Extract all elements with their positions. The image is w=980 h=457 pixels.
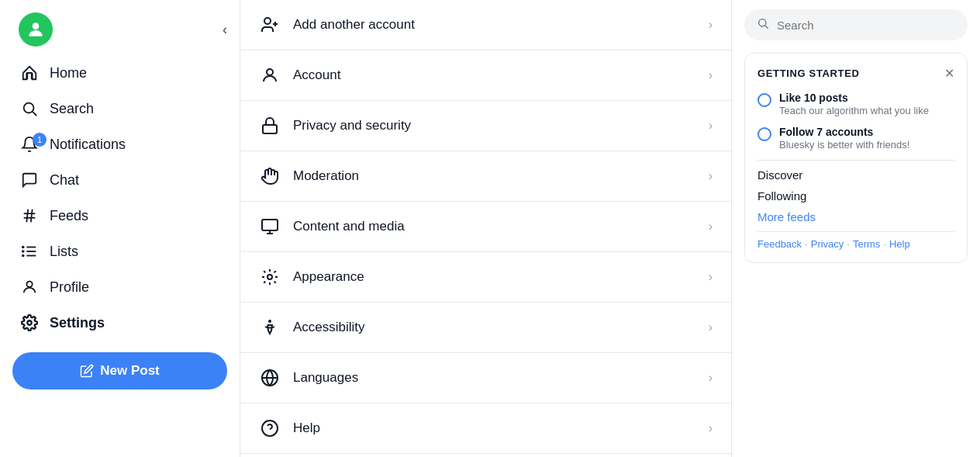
footer-feedback[interactable]: Feedback: [757, 238, 802, 250]
chevron-icon-content: ›: [709, 220, 713, 234]
divider-footer: [757, 231, 954, 232]
feed-more[interactable]: More feeds: [757, 209, 954, 225]
svg-point-15: [264, 18, 271, 24]
right-panel: GETTING STARTED ✕ Like 10 posts Teach ou…: [732, 0, 980, 457]
bell-icon: 1: [20, 135, 39, 154]
search-input[interactable]: [777, 19, 955, 32]
sidebar-item-profile[interactable]: Profile: [9, 270, 230, 304]
task-like-subtitle: Teach our algorithm what you like: [779, 105, 929, 116]
task-follow-accounts: Follow 7 accounts Bluesky is better with…: [757, 126, 954, 151]
settings-privacy[interactable]: Privacy and security ›: [240, 101, 731, 151]
lock-icon: [259, 115, 281, 137]
media-icon: [259, 216, 281, 237]
sidebar-item-chat[interactable]: Chat: [9, 163, 230, 197]
svg-line-2: [33, 112, 36, 116]
feed-following[interactable]: Following: [757, 188, 954, 204]
appearance-icon: [259, 266, 281, 288]
chevron-icon-account: ›: [709, 68, 713, 82]
sidebar-item-search[interactable]: Search: [9, 92, 230, 126]
feeds-section: Discover Following More feeds: [757, 167, 954, 225]
settings-help[interactable]: Help ›: [240, 403, 731, 454]
sidebar-item-label-notifications: Notifications: [50, 137, 126, 153]
chevron-icon-accessibility: ›: [709, 320, 713, 334]
settings-account[interactable]: Account ›: [240, 50, 731, 101]
svg-point-13: [26, 282, 32, 287]
settings-accessibility[interactable]: Accessibility ›: [240, 303, 731, 353]
svg-point-10: [22, 247, 24, 248]
chevron-icon-privacy: ›: [709, 119, 713, 133]
search-icon: [20, 99, 39, 118]
hand-icon: [259, 165, 281, 187]
getting-started-title: GETTING STARTED: [757, 68, 860, 79]
footer-privacy[interactable]: Privacy: [811, 238, 844, 250]
add-user-icon: [259, 14, 281, 36]
sidebar-item-settings[interactable]: Settings: [9, 306, 230, 340]
sidebar-item-lists[interactable]: Lists: [9, 234, 230, 268]
settings-add-account[interactable]: Add another account ›: [240, 0, 731, 50]
task-follow-text: Follow 7 accounts Bluesky is better with…: [779, 126, 909, 151]
sidebar-item-notifications[interactable]: 1 Notifications: [9, 127, 230, 161]
footer-sep-3: ·: [883, 238, 886, 250]
settings-panel: Add another account › Account › Privacy …: [240, 0, 732, 457]
settings-about[interactable]: About ›: [240, 454, 731, 457]
svg-point-1: [24, 103, 34, 113]
chevron-icon-moderation: ›: [709, 169, 713, 183]
chevron-icon-appearance: ›: [709, 270, 713, 284]
new-post-button[interactable]: New Post: [12, 352, 227, 389]
sidebar-item-home[interactable]: Home: [9, 56, 230, 90]
chevron-icon-languages: ›: [709, 371, 713, 385]
collapse-button[interactable]: ‹: [223, 22, 227, 38]
settings-content-media[interactable]: Content and media ›: [240, 202, 731, 252]
avatar[interactable]: [19, 12, 53, 47]
profile-icon: [20, 278, 39, 296]
add-account-label: Add another account: [293, 17, 696, 33]
svg-point-23: [267, 275, 272, 279]
footer-sep-2: ·: [847, 238, 850, 250]
task-like-posts: Like 10 posts Teach our algorithm what y…: [757, 92, 954, 116]
person-icon: [259, 64, 281, 86]
chevron-icon-add-account: ›: [709, 18, 713, 32]
globe-icon: [259, 367, 281, 389]
sidebar-nav: Home Search 1 Notifications: [0, 56, 240, 340]
notification-badge: 1: [33, 133, 47, 147]
settings-moderation[interactable]: Moderation ›: [240, 151, 731, 202]
footer-terms[interactable]: Terms: [853, 238, 880, 250]
account-label: Account: [293, 68, 696, 83]
task-like-title: Like 10 posts: [779, 92, 929, 104]
chat-icon: [20, 171, 39, 189]
footer-sep-1: ·: [805, 238, 808, 250]
search-icon-right: [757, 17, 769, 33]
search-box[interactable]: [744, 9, 968, 40]
sidebar-item-feeds[interactable]: Feeds: [9, 199, 230, 233]
sidebar-item-label-settings: Settings: [50, 315, 105, 331]
close-button[interactable]: ✕: [944, 66, 954, 81]
footer-help[interactable]: Help: [889, 238, 910, 250]
task-follow-title: Follow 7 accounts: [779, 126, 909, 138]
appearance-label: Appearance: [293, 269, 696, 285]
list-icon: [20, 242, 39, 261]
new-post-label: New Post: [100, 363, 160, 379]
settings-appearance[interactable]: Appearance ›: [240, 252, 731, 303]
svg-line-5: [26, 209, 28, 223]
privacy-label: Privacy and security: [293, 118, 696, 133]
sidebar: ‹ Home Search: [0, 0, 240, 457]
task-circle-follow: [757, 127, 771, 141]
feed-discover[interactable]: Discover: [757, 167, 954, 183]
home-icon: [20, 64, 39, 82]
accessibility-icon: [259, 317, 281, 338]
svg-point-11: [22, 251, 24, 252]
sidebar-item-label-feeds: Feeds: [50, 208, 88, 224]
svg-line-33: [765, 26, 768, 29]
task-follow-subtitle: Bluesky is better with friends!: [779, 139, 909, 151]
content-media-label: Content and media: [293, 219, 696, 234]
settings-languages[interactable]: Languages ›: [240, 353, 731, 403]
getting-started-panel: GETTING STARTED ✕ Like 10 posts Teach ou…: [744, 53, 968, 263]
svg-line-6: [31, 209, 33, 223]
task-like-text: Like 10 posts Teach our algorithm what y…: [779, 92, 929, 116]
svg-point-14: [27, 320, 32, 325]
svg-point-12: [22, 255, 24, 257]
footer-links: Feedback · Privacy · Terms · Help: [757, 238, 954, 250]
sidebar-item-label-home: Home: [50, 65, 87, 81]
help-label: Help: [293, 421, 696, 436]
sidebar-item-label-chat: Chat: [50, 172, 79, 189]
